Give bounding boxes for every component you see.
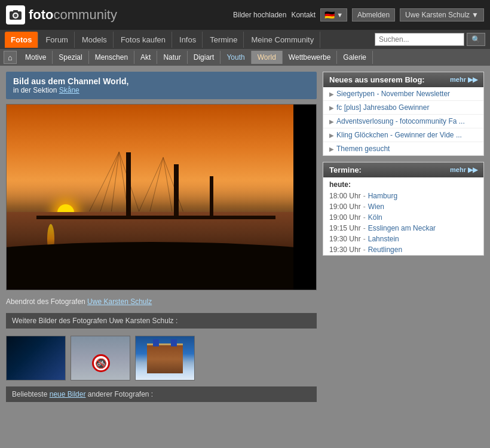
sub-nav-world[interactable]: World bbox=[252, 51, 283, 64]
svg-line-7 bbox=[111, 152, 119, 211]
beliebteste-suffix: anderer Fotografen : bbox=[88, 390, 153, 398]
termin-time-4: 19:15 Uhr bbox=[329, 224, 361, 232]
blog-arrow-1: ▶ bbox=[329, 91, 334, 97]
termin-dash-6: - bbox=[363, 246, 366, 254]
termin-dash-3: - bbox=[363, 213, 366, 222]
more-photos-label: Weitere Bilder des Fotografen Uwe Karste… bbox=[12, 317, 177, 325]
sub-nav-digiart[interactable]: Digiart bbox=[188, 51, 221, 64]
termin-city-2[interactable]: Wien bbox=[368, 202, 384, 211]
blog-item-2: ▶ fc [plus] Jahresabo Gewinner bbox=[323, 101, 483, 115]
termin-time-3: 19:00 Uhr bbox=[329, 213, 361, 222]
termin-city-5[interactable]: Lahnstein bbox=[368, 235, 399, 243]
logo: fotocommunity bbox=[6, 5, 117, 24]
heute-label: heute: bbox=[323, 177, 483, 191]
caption-prefix: Abendrot des Fotografen bbox=[6, 297, 85, 306]
termine-header: Termine: mehr ▶▶ bbox=[323, 162, 483, 177]
home-button[interactable]: ⌂ bbox=[4, 51, 17, 64]
termin-time-1: 18:00 Uhr bbox=[329, 192, 361, 200]
blog-item-4: ▶ Kling Glöckchen - Gewinner der Vide ..… bbox=[323, 128, 483, 142]
svg-point-3 bbox=[14, 14, 17, 17]
svg-line-6 bbox=[100, 152, 119, 211]
termin-item-4: 19:15 Uhr - Esslingen am Neckar bbox=[323, 223, 483, 234]
bridge-cables bbox=[7, 146, 271, 218]
neue-bilder-link[interactable]: neue Bilder bbox=[50, 390, 86, 398]
photographer-link[interactable]: Uwe Karsten Schulz bbox=[87, 297, 152, 306]
blog-arrow-4: ▶ bbox=[329, 132, 334, 139]
thumbnail-2[interactable]: 🚳 bbox=[71, 336, 130, 381]
upload-link[interactable]: Bilder hochladen bbox=[233, 11, 286, 19]
contact-link[interactable]: Kontakt bbox=[291, 11, 316, 19]
sub-nav-galerie[interactable]: Galerie bbox=[337, 51, 373, 64]
blog-arrow-5: ▶ bbox=[329, 146, 334, 152]
foreground-silhouette bbox=[7, 242, 293, 290]
user-button[interactable]: Uwe Karsten Schulz ▼ bbox=[400, 8, 484, 22]
more-photos-header: Weitere Bilder des Fotografen Uwe Karste… bbox=[6, 313, 317, 329]
sub-nav-akt[interactable]: Akt bbox=[134, 51, 157, 64]
nav-meine-community[interactable]: Meine Community bbox=[245, 32, 320, 48]
termin-city-4[interactable]: Esslingen am Neckar bbox=[368, 224, 436, 232]
search-button[interactable]: 🔍 bbox=[467, 33, 485, 46]
blog-link-2[interactable]: fc [plus] Jahresabo Gewinner bbox=[336, 103, 429, 112]
svg-rect-4 bbox=[13, 10, 18, 13]
main-content: Bild aus dem Channel World, in der Sekti… bbox=[0, 66, 490, 408]
thumbnail-1[interactable] bbox=[6, 336, 66, 381]
flag-arrow: ▼ bbox=[336, 11, 343, 19]
termin-dash-5: - bbox=[363, 235, 366, 243]
termin-item-2: 19:00 Uhr - Wien bbox=[323, 201, 483, 212]
flag-button[interactable]: 🇩🇪 ▼ bbox=[320, 8, 347, 22]
search-icon: 🔍 bbox=[471, 35, 480, 44]
main-image-container[interactable] bbox=[6, 104, 317, 290]
termin-time-6: 19:30 Uhr bbox=[329, 246, 361, 254]
blog-arrow-2: ▶ bbox=[329, 105, 334, 111]
main-image bbox=[7, 105, 293, 290]
channel-section: in der Sektion Skåne bbox=[13, 86, 310, 94]
home-icon: ⌂ bbox=[8, 53, 13, 62]
termin-dash-1: - bbox=[363, 192, 366, 200]
channel-section-link[interactable]: Skåne bbox=[59, 86, 79, 94]
nav-search-area: 🔍 bbox=[375, 33, 485, 46]
nav-fotos[interactable]: Fotos bbox=[5, 32, 38, 48]
nav-termine[interactable]: Termine bbox=[204, 32, 244, 48]
user-name: Uwe Karsten Schulz bbox=[405, 11, 470, 19]
thumbnail-3[interactable] bbox=[135, 336, 195, 381]
termin-dash-2: - bbox=[363, 202, 366, 211]
blog-link-1[interactable]: Siegertypen - November Newsletter bbox=[336, 90, 450, 98]
svg-line-9 bbox=[119, 152, 139, 211]
blog-mehr-link[interactable]: mehr ▶▶ bbox=[450, 76, 477, 84]
logout-button[interactable]: Abmelden bbox=[352, 8, 395, 22]
termin-city-6[interactable]: Reutlingen bbox=[368, 246, 402, 254]
blog-link-3[interactable]: Adventsverlosung - fotocommunity Fa ... bbox=[336, 117, 465, 125]
termin-city-3[interactable]: Köln bbox=[368, 213, 382, 222]
header: fotocommunity Bilder hochladen Kontakt 🇩… bbox=[0, 0, 490, 30]
svg-line-12 bbox=[163, 157, 172, 211]
sub-nav: ⌂ Motive Spezial Menschen Akt Natur Digi… bbox=[0, 49, 490, 66]
sub-nav-youth[interactable]: Youth bbox=[220, 51, 251, 64]
termin-time-5: 19:30 Uhr bbox=[329, 235, 361, 243]
nav-models[interactable]: Models bbox=[76, 32, 114, 48]
termin-city-1[interactable]: Hamburg bbox=[368, 192, 397, 200]
sub-nav-spezial[interactable]: Spezial bbox=[53, 51, 88, 64]
nav-bar: Fotos Forum Models Fotos kaufen Infos Te… bbox=[0, 30, 490, 49]
sub-nav-wettbewerbe[interactable]: Wettbewerbe bbox=[283, 51, 337, 64]
blog-link-5[interactable]: Themen gesucht bbox=[336, 145, 390, 153]
logo-foto: foto bbox=[29, 7, 54, 22]
header-actions: Bilder hochladen Kontakt 🇩🇪 ▼ Abmelden U… bbox=[233, 8, 484, 22]
left-column: Bild aus dem Channel World, in der Sekti… bbox=[6, 72, 317, 402]
termin-dash-4: - bbox=[363, 224, 366, 232]
blog-arrow-3: ▶ bbox=[329, 118, 334, 125]
blog-link-4[interactable]: Kling Glöckchen - Gewinner der Vide ... bbox=[336, 131, 462, 139]
nav-forum[interactable]: Forum bbox=[39, 32, 75, 48]
sub-nav-motive[interactable]: Motive bbox=[19, 51, 53, 64]
channel-title: Bild aus dem Channel World, bbox=[13, 76, 310, 86]
termine-mehr-link[interactable]: mehr ▶▶ bbox=[450, 166, 477, 174]
nav-fotos-kaufen[interactable]: Fotos kaufen bbox=[115, 32, 172, 48]
blog-item-3: ▶ Adventsverlosung - fotocommunity Fa ..… bbox=[323, 115, 483, 128]
sub-nav-menschen[interactable]: Menschen bbox=[89, 51, 134, 64]
logo-icon bbox=[6, 5, 25, 24]
sub-nav-natur[interactable]: Natur bbox=[157, 51, 187, 64]
search-input[interactable] bbox=[375, 33, 464, 46]
nav-infos[interactable]: Infos bbox=[173, 32, 203, 48]
svg-line-8 bbox=[119, 152, 128, 211]
logo-community: community bbox=[54, 7, 117, 22]
svg-line-5 bbox=[89, 152, 119, 211]
